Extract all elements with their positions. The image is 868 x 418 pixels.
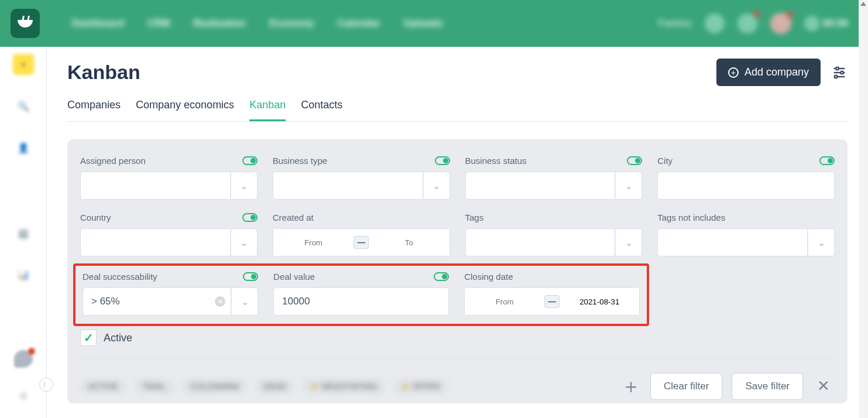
filter-business-status: Business status ⌄ (465, 156, 643, 200)
status-tag[interactable]: NEGOTIATING (303, 378, 385, 395)
sidebar-gear-icon[interactable]: ⚙ (13, 385, 34, 406)
country-caret[interactable]: ⌄ (231, 228, 258, 256)
add-company-button[interactable]: + Add company (716, 59, 821, 86)
closing-date-from-input[interactable] (473, 288, 536, 315)
created-at-to-input[interactable] (377, 229, 441, 256)
check-icon: ✓ (84, 331, 94, 345)
chevron-down-icon: ⌄ (625, 180, 633, 191)
user-avatar[interactable] (770, 13, 791, 34)
deal-success-input[interactable] (83, 287, 231, 316)
filter-closing-date: Closing date — (464, 272, 640, 316)
chevron-down-icon: ⌄ (433, 180, 440, 191)
deal-success-label: Deal successability (83, 272, 157, 282)
city-input[interactable] (657, 172, 835, 200)
timer-value: 00:00 (823, 18, 848, 29)
filter-footer: ACTIVE TRIAL COLDWARM DEAD NEGOTIATING O… (80, 358, 835, 403)
range-separator-icon: — (354, 236, 369, 249)
chevron-down-icon: ⌄ (240, 180, 248, 191)
filter-country: Country ⌄ (80, 213, 258, 256)
help-icon[interactable] (705, 13, 725, 33)
filter-deal-successability: Deal successability ✕ ⌄ (83, 272, 258, 316)
business-type-caret[interactable]: ⌄ (423, 172, 450, 200)
status-tag[interactable]: TRIAL (135, 378, 174, 395)
deal-value-input[interactable] (273, 287, 449, 316)
created-at-from-input[interactable] (282, 229, 345, 256)
sidebar-chart-icon[interactable]: 📊 (13, 264, 34, 285)
sliders-icon[interactable] (831, 64, 848, 81)
sidebar-building-icon[interactable]: 🏢 (13, 222, 34, 244)
bowl-icon (18, 20, 33, 28)
assigned-person-caret[interactable]: ⌄ (231, 172, 258, 200)
topbar: Dashboard CRM Realization Economy Calend… (0, 0, 859, 47)
business-status-toggle[interactable] (627, 156, 642, 165)
timer[interactable]: 00:00 (804, 16, 848, 31)
nav-crm[interactable]: CRM (147, 18, 170, 29)
nav-uploads[interactable]: Uploads (404, 18, 443, 29)
chat-notif-dot (28, 348, 35, 355)
tabs: Companies Company economics Kanban Conta… (67, 99, 848, 122)
closing-date-label: Closing date (464, 272, 513, 282)
close-filter-button[interactable]: ✕ (812, 377, 835, 395)
tab-companies[interactable]: Companies (67, 99, 121, 121)
status-tag[interactable]: DEAD (255, 378, 294, 395)
deal-success-clear-icon[interactable]: ✕ (215, 296, 225, 307)
assigned-person-toggle[interactable] (242, 156, 258, 165)
active-label: Active (104, 332, 132, 344)
tab-contacts[interactable]: Contacts (301, 99, 342, 121)
filter-tags: Tags ⌄ (465, 213, 643, 256)
tags-not-input[interactable] (657, 228, 808, 256)
business-status-caret[interactable]: ⌄ (615, 172, 642, 200)
save-filter-button[interactable]: Save filter (732, 373, 803, 400)
filter-assigned-person: Assigned person ⌄ (80, 156, 258, 200)
chevron-down-icon: ⌄ (625, 237, 633, 248)
status-tag[interactable]: ACTIVE (80, 378, 126, 395)
status-tag[interactable]: OFFER (393, 378, 448, 395)
range-separator-icon: — (544, 295, 560, 308)
city-label: City (657, 156, 673, 166)
deal-success-toggle[interactable] (243, 272, 258, 281)
assigned-person-input[interactable] (80, 172, 231, 200)
sidebar-person-icon[interactable]: 👤 (13, 137, 34, 158)
nav-dashboard[interactable]: Dashboard (72, 18, 124, 29)
closing-date-to-input[interactable] (568, 288, 631, 315)
org-switcher[interactable]: Factory (658, 18, 692, 29)
business-status-label: Business status (465, 156, 527, 166)
add-filter-column-button[interactable]: ＋ (621, 373, 641, 400)
filter-deal-value: Deal value (273, 272, 449, 316)
chevron-down-icon: ⌄ (241, 296, 249, 307)
deal-success-caret[interactable]: ⌄ (231, 287, 258, 316)
clear-filter-button[interactable]: Clear filter (650, 373, 722, 400)
tags-input[interactable] (465, 228, 616, 256)
page-title: Kanban (67, 61, 140, 84)
sidebar-add-button[interactable]: ＋ (13, 54, 34, 75)
chat-icon[interactable] (14, 350, 33, 368)
tab-kanban[interactable]: Kanban (249, 99, 286, 121)
sidebar-search-icon[interactable]: 🔍 (13, 95, 34, 117)
active-checkbox[interactable]: ✓ (80, 330, 97, 346)
business-type-label: Business type (273, 156, 327, 166)
notification-dot (754, 11, 760, 17)
country-toggle[interactable] (242, 213, 258, 222)
filter-city: City (657, 156, 835, 200)
business-type-toggle[interactable] (435, 156, 450, 165)
tab-company-economics[interactable]: Company economics (136, 99, 234, 121)
app-logo[interactable] (11, 9, 40, 38)
tags-not-label: Tags not includes (657, 213, 725, 222)
timer-icon (804, 16, 819, 31)
tags-caret[interactable]: ⌄ (615, 228, 642, 256)
status-tag[interactable]: COLDWARM (182, 378, 247, 395)
nav-economy[interactable]: Economy (269, 18, 314, 29)
business-status-input[interactable] (465, 172, 616, 200)
nav-calendar[interactable]: Calendar (338, 18, 380, 29)
bell-icon[interactable] (737, 13, 757, 33)
nav-realization[interactable]: Realization (194, 18, 246, 29)
add-company-label: Add company (745, 66, 809, 78)
business-type-input[interactable] (273, 172, 423, 200)
deal-value-toggle[interactable] (434, 272, 449, 281)
country-input[interactable] (80, 228, 231, 256)
tags-not-caret[interactable]: ⌄ (808, 228, 835, 256)
city-toggle[interactable] (819, 156, 835, 165)
deal-value-label: Deal value (273, 272, 315, 282)
sidebar: ＋ 🔍 👤 🏢 📊 ⚙ 〉 (0, 0, 47, 418)
svg-point-3 (840, 71, 843, 74)
